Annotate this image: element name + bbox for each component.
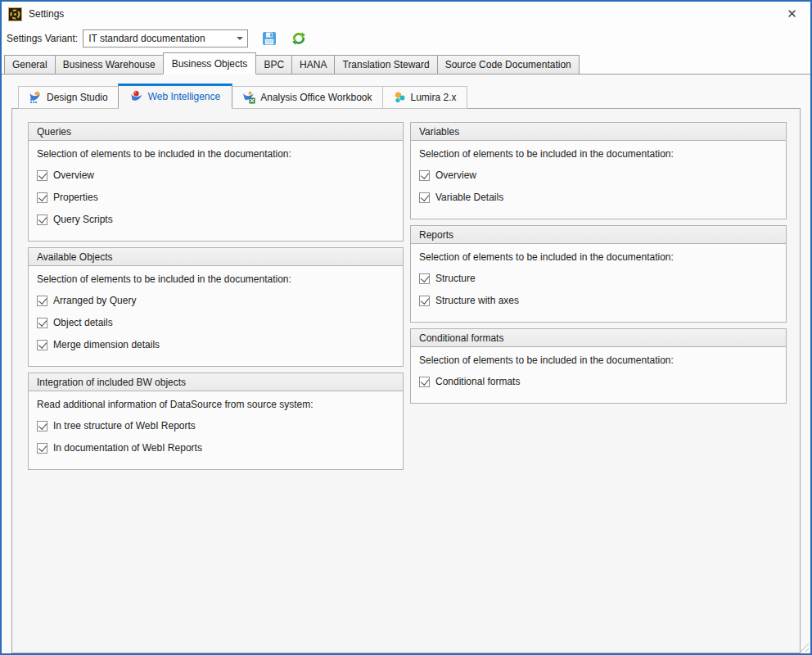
- variant-toolbar: Settings Variant: IT standard documentat…: [2, 26, 810, 51]
- checkbox-row-variables-overview[interactable]: Overview: [419, 168, 778, 183]
- group-title: Integration of included BW objects: [37, 377, 186, 388]
- group-intro: Selection of elements to be included in …: [419, 148, 778, 160]
- checkbox-label: Query Scripts: [53, 214, 113, 225]
- checkbox[interactable]: [419, 192, 430, 203]
- checkbox-row-object-details[interactable]: Object details: [37, 315, 395, 330]
- lumira-icon: [393, 91, 406, 104]
- checkbox[interactable]: [419, 273, 430, 284]
- group-queries-header: Queries: [29, 123, 403, 141]
- chevron-down-icon[interactable]: [232, 30, 247, 47]
- group-title: Queries: [37, 126, 71, 138]
- group-title: Available Objects: [37, 251, 113, 263]
- checkbox-row-conditional-formats[interactable]: Conditional formats: [419, 374, 778, 389]
- subtab-web-intelligence[interactable]: Web Intelligence: [118, 84, 233, 109]
- refresh-variants-button[interactable]: [291, 30, 307, 47]
- group-title: Variables: [419, 126, 459, 138]
- tab-label: General: [12, 59, 47, 70]
- checkbox[interactable]: [37, 318, 47, 328]
- save-variant-button[interactable]: [261, 30, 277, 47]
- checkbox-label: Structure with axes: [435, 295, 519, 306]
- checkbox[interactable]: [37, 170, 47, 181]
- group-integration-bw-objects: Integration of included BW objects Read …: [28, 373, 404, 470]
- refresh-icon: [291, 31, 306, 46]
- group-conditional-formats: Conditional formats Selection of element…: [410, 328, 787, 404]
- checkbox-label: Properties: [53, 192, 98, 203]
- design-studio-icon: [29, 91, 42, 104]
- settings-dialog: Settings ✕ Settings Variant: IT standard…: [0, 0, 812, 655]
- checkbox-label: Conditional formats: [435, 376, 520, 387]
- checkbox-label: In documentation of WebI Reports: [53, 442, 202, 454]
- web-intelligence-panel: Queries Selection of elements to be incl…: [11, 108, 801, 653]
- group-available-objects: Available Objects Selection of elements …: [28, 247, 404, 367]
- checkbox-row-arranged-by-query[interactable]: Arranged by Query: [37, 293, 395, 308]
- analysis-office-workbook-icon: [242, 91, 255, 104]
- settings-variant-dropdown[interactable]: IT standard documentation: [83, 29, 248, 47]
- group-available-objects-header: Available Objects: [29, 248, 403, 266]
- group-integration-bw-objects-header: Integration of included BW objects: [29, 373, 403, 391]
- checkbox-row-merge-dimension-details[interactable]: Merge dimension details: [37, 337, 395, 352]
- close-icon: ✕: [787, 7, 797, 21]
- tab-label: Source Code Documentation: [445, 59, 571, 70]
- checkbox[interactable]: [37, 192, 47, 203]
- tab-label: Business Warehouse: [63, 59, 156, 70]
- checkbox-label: In tree structure of WebI Reports: [53, 420, 196, 431]
- title-bar[interactable]: Settings ✕: [2, 2, 810, 26]
- checkbox-row-query-scripts[interactable]: Query Scripts: [37, 212, 395, 227]
- checkbox[interactable]: [37, 443, 47, 454]
- checkbox-row-structure-with-axes[interactable]: Structure with axes: [419, 293, 778, 308]
- group-intro: Selection of elements to be included in …: [419, 355, 778, 366]
- checkbox[interactable]: [419, 170, 430, 181]
- subtab-lumira[interactable]: Lumira 2.x: [382, 86, 467, 109]
- tab-label: BPC: [264, 59, 284, 70]
- tab-source-code-documentation[interactable]: Source Code Documentation: [437, 55, 580, 75]
- tab-label: Business Objects: [172, 58, 248, 70]
- web-intelligence-icon: [130, 90, 143, 103]
- main-tab-strip: General Business Warehouse Business Obje…: [2, 52, 810, 74]
- checkbox[interactable]: [37, 215, 47, 225]
- checkbox-label: Overview: [435, 169, 476, 181]
- subtab-design-studio[interactable]: Design Studio: [18, 86, 119, 109]
- subtab-label: Design Studio: [47, 92, 108, 103]
- tab-translation-steward[interactable]: Translation Steward: [334, 55, 437, 75]
- checkbox-label: Variable Details: [435, 192, 503, 203]
- checkbox[interactable]: [419, 377, 430, 387]
- tab-business-warehouse[interactable]: Business Warehouse: [55, 55, 164, 75]
- checkbox-label: Merge dimension details: [53, 339, 160, 350]
- subtab-label: Analysis Office Workbook: [260, 92, 372, 103]
- checkbox[interactable]: [37, 421, 47, 431]
- app-icon: [8, 7, 22, 21]
- group-variables-header: Variables: [411, 123, 786, 141]
- tab-label: Translation Steward: [342, 59, 429, 70]
- group-queries: Queries Selection of elements to be incl…: [28, 122, 404, 242]
- group-variables: Variables Selection of elements to be in…: [410, 122, 787, 219]
- sub-tab-strip: Design Studio Web Intelligence Analysis …: [18, 84, 801, 108]
- checkbox-label: Arranged by Query: [53, 295, 136, 306]
- subtab-analysis-office-workbook[interactable]: Analysis Office Workbook: [232, 86, 382, 109]
- settings-variant-label: Settings Variant:: [7, 33, 78, 44]
- close-button[interactable]: ✕: [774, 2, 810, 26]
- tab-label: HANA: [300, 59, 327, 70]
- tab-bpc[interactable]: BPC: [255, 55, 292, 75]
- checkbox[interactable]: [419, 296, 430, 306]
- checkbox-row-overview[interactable]: Overview: [37, 168, 395, 183]
- checkbox-row-structure[interactable]: Structure: [419, 271, 778, 286]
- left-column: Queries Selection of elements to be incl…: [28, 122, 404, 653]
- checkbox-row-tree-structure-webi[interactable]: In tree structure of WebI Reports: [37, 418, 395, 433]
- right-column: Variables Selection of elements to be in…: [410, 122, 787, 653]
- business-objects-tab-page: Design Studio Web Intelligence Analysis …: [2, 74, 810, 653]
- window-title: Settings: [29, 8, 64, 20]
- group-title: Conditional formats: [419, 332, 503, 344]
- group-intro: Selection of elements to be included in …: [419, 251, 778, 263]
- tab-hana[interactable]: HANA: [291, 55, 335, 75]
- checkbox-label: Structure: [435, 273, 476, 284]
- checkbox-row-variable-details[interactable]: Variable Details: [419, 190, 778, 205]
- checkbox-row-properties[interactable]: Properties: [37, 190, 395, 205]
- checkbox-row-documentation-webi[interactable]: In documentation of WebI Reports: [37, 440, 395, 455]
- checkbox[interactable]: [37, 340, 47, 350]
- checkbox-label: Object details: [53, 317, 113, 328]
- save-icon: [262, 31, 277, 46]
- checkbox[interactable]: [37, 296, 47, 306]
- tab-business-objects[interactable]: Business Objects: [163, 52, 257, 75]
- tab-general[interactable]: General: [4, 55, 56, 75]
- group-reports: Reports Selection of elements to be incl…: [410, 225, 787, 323]
